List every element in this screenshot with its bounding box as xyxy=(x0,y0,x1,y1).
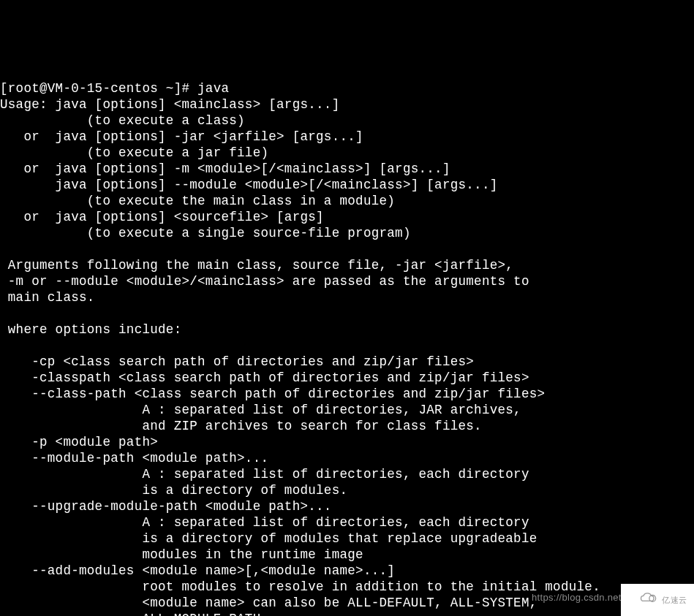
terminal-line: root modules to resolve in addition to t… xyxy=(0,579,600,594)
terminal-line: A : separated list of directories, each … xyxy=(0,467,529,482)
terminal-line: Arguments following the main class, sour… xyxy=(0,258,513,273)
terminal-line: A : separated list of directories, JAR a… xyxy=(0,403,521,417)
terminal-line: [root@VM-0-15-centos ~]# java xyxy=(0,81,229,96)
terminal-line: -cp <class search path of directories an… xyxy=(0,354,474,369)
terminal-line: --module-path <module path>... xyxy=(0,451,268,465)
cloud-icon xyxy=(628,574,660,617)
terminal-line: --add-modules <module name>[,<module nam… xyxy=(0,563,395,578)
terminal-line: or java [options] <sourcefile> [args] xyxy=(0,210,324,224)
terminal-line: (to execute a class) xyxy=(0,113,245,128)
terminal-line: and ZIP archives to search for class fil… xyxy=(0,419,482,433)
terminal-line: ALL-MODULE-PATH. xyxy=(0,612,268,616)
terminal-line: (to execute a jar file) xyxy=(0,145,268,160)
terminal-line: is a directory of modules. xyxy=(0,483,347,498)
terminal-line: --upgrade-module-path <module path>... xyxy=(0,499,332,514)
terminal-line: where options include: xyxy=(0,322,181,337)
terminal-line: -p <module path> xyxy=(0,435,158,449)
terminal-line: A : separated list of directories, each … xyxy=(0,515,529,530)
terminal-line: is a directory of modules that replace u… xyxy=(0,531,538,546)
terminal-line: -classpath <class search path of directo… xyxy=(0,370,529,385)
terminal-line: main class. xyxy=(0,290,95,305)
terminal-line: <module name> can also be ALL-DEFAULT, A… xyxy=(0,596,538,610)
terminal-line: modules in the runtime image xyxy=(0,547,363,562)
terminal-line: or java [options] -jar <jarfile> [args..… xyxy=(0,129,363,144)
brand-text: 亿速云 xyxy=(662,592,687,608)
brand-badge: 亿速云 xyxy=(621,584,694,616)
terminal-line: (to execute the main class in a module) xyxy=(0,194,395,208)
terminal-line: Usage: java [options] <mainclass> [args.… xyxy=(0,97,339,112)
terminal-line: -m or --module <module>/<mainclass> are … xyxy=(0,274,529,289)
terminal-line: (to execute a single source-file program… xyxy=(0,226,411,240)
terminal-line: --class-path <class search path of direc… xyxy=(0,387,545,401)
terminal-line: java [options] --module <module>[/<mainc… xyxy=(0,178,498,192)
terminal-line: or java [options] -m <module>[/<mainclas… xyxy=(0,161,450,176)
terminal-output: [root@VM-0-15-centos ~]# java Usage: jav… xyxy=(0,64,694,616)
